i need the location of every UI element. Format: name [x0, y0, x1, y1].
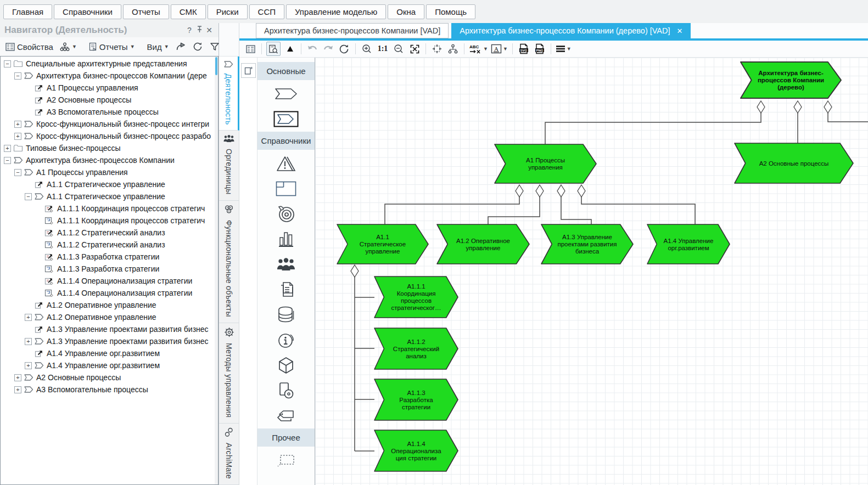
pointer-mode-button[interactable]	[283, 42, 296, 55]
diagram-properties-button[interactable]	[244, 42, 257, 55]
tree-item[interactable]: А1.4 Управление орг.развитием	[1, 347, 218, 359]
palette-item-term-tag[interactable]	[257, 403, 315, 428]
share-button[interactable]	[173, 41, 188, 52]
menu-item-7[interactable]: Управление моделью	[286, 4, 386, 19]
tree-item[interactable]: +Кросс-функциональный бизнес-процесс инт…	[1, 118, 218, 130]
tree-item[interactable]: А1.2 Оперативное управление	[1, 299, 218, 311]
tree-item[interactable]: −Специальные архитектурные представления	[1, 58, 218, 70]
collapse-icon[interactable]: −	[4, 60, 11, 67]
menu-item-2[interactable]: Справочники	[54, 4, 121, 19]
refresh-diagram-button[interactable]	[338, 42, 351, 55]
tree-item[interactable]: +А1.2 Оперативное управление	[1, 311, 218, 323]
new-diagram-button[interactable]	[241, 63, 256, 78]
palette-item-information[interactable]	[257, 328, 315, 353]
tree-item[interactable]: А1.1.4 Операционализация стратегии	[1, 287, 218, 299]
tree-item[interactable]: −А1.1 Стратегическое управление	[1, 190, 218, 202]
diagram-menu-button[interactable]: ▼	[556, 42, 572, 55]
tree-item[interactable]: А1.1.1 Координация процессов стратегич	[1, 215, 218, 227]
expand-icon[interactable]: +	[4, 145, 11, 152]
expand-icon[interactable]: +	[14, 121, 21, 128]
vad-node-a112[interactable]: А1.1.2Стратегическийанализ	[374, 328, 458, 369]
palette-item-frame[interactable]	[257, 176, 315, 201]
fit-to-screen-button[interactable]	[408, 42, 421, 55]
zoom-in-button[interactable]	[360, 42, 373, 55]
menu-item-5[interactable]: Риски	[208, 4, 248, 19]
document-tab-1[interactable]: Архитектура бизнес-процессов Компании [V…	[256, 23, 449, 38]
tree-item[interactable]: +А3 Вспомогательные процессы	[1, 384, 218, 396]
tree-item[interactable]: А2 Основные процессы	[1, 94, 218, 106]
vad-node-a12[interactable]: А1.2 Оперативноеуправление	[437, 224, 529, 264]
vad-node-a2[interactable]: А2 Основные процессы	[735, 143, 853, 183]
side-tab-vad[interactable]: Деятельность	[219, 57, 239, 131]
palette-item-dotted-area[interactable]	[257, 448, 315, 473]
tree-item[interactable]: −Архитектура бизнес-процессов Компании (…	[1, 70, 218, 82]
palette-section-header[interactable]: Справочники	[257, 132, 315, 150]
reports-button[interactable]: Отчеты▼	[87, 41, 137, 53]
vad-node-a113[interactable]: А1.1.3Разработкастратегии	[374, 379, 458, 420]
tree-scrollbar[interactable]	[215, 57, 218, 484]
tree-item[interactable]: А3 Вспомогательные процессы	[1, 106, 218, 118]
zoom-100-button[interactable]: 1:1	[376, 42, 389, 55]
undo-button[interactable]	[306, 42, 319, 55]
expand-icon[interactable]: +	[14, 374, 21, 381]
export-png-button[interactable]: PNG	[533, 42, 546, 55]
tree-item[interactable]: +Кросс-функциональный бизнес-процесс раз…	[1, 130, 218, 142]
palette-item-indicator-chart[interactable]	[257, 227, 315, 252]
collapse-icon[interactable]: −	[4, 157, 11, 164]
tree-item[interactable]: А1.1.4 Операционализация стратегии	[1, 275, 218, 287]
side-tab-people[interactable]: Оргединицы	[219, 131, 239, 201]
spellcheck-button[interactable]: ABC ▼	[469, 42, 488, 55]
zoom-out-button[interactable]	[392, 42, 405, 55]
pin-icon[interactable]	[194, 26, 204, 35]
side-tab-wheel[interactable]: Методы управления	[219, 323, 239, 424]
tree-layout-button[interactable]	[446, 42, 460, 55]
palette-item-subjects-people[interactable]	[257, 252, 315, 277]
menu-item-1[interactable]: Главная	[3, 4, 52, 19]
tree-item[interactable]: +А1.4 Управление орг.развитием	[1, 359, 218, 371]
palette-item-database[interactable]	[257, 302, 315, 328]
tree-scrollbar-thumb[interactable]	[215, 57, 217, 75]
document-tab-2[interactable]: Архитектура бизнес-процессов Компании (д…	[451, 23, 691, 38]
menu-item-9[interactable]: Помощь	[426, 4, 475, 19]
tree-item[interactable]: +Типовые бизнес-процессы	[1, 142, 218, 154]
tree-item[interactable]: −Архитектура бизнес-процессов Компании	[1, 154, 218, 166]
tree-item[interactable]: А1.1.2 Стратегический анализ	[1, 227, 218, 239]
menu-item-4[interactable]: СМК	[171, 4, 206, 19]
menu-item-3[interactable]: Отчеты	[123, 4, 169, 19]
tree-item[interactable]: А1.1.3 Разработка стратегии	[1, 251, 218, 263]
export-svg-button[interactable]: SVG	[517, 42, 530, 55]
tree-item[interactable]: +А2 Основные процессы	[1, 371, 218, 384]
palette-item-risk-triangle[interactable]	[257, 151, 315, 176]
vad-node-a1[interactable]: А1 Процессыуправления	[495, 144, 596, 183]
menu-item-8[interactable]: Окна	[388, 4, 424, 19]
palette-item-software-product[interactable]	[257, 378, 315, 403]
side-tab-archimate[interactable]: ArchiMate	[219, 424, 239, 485]
palette-item-object-cube[interactable]	[257, 353, 315, 378]
palette-item-documents[interactable]	[257, 277, 315, 302]
find-on-diagram-button[interactable]	[266, 42, 281, 56]
fit-objects-button[interactable]	[430, 42, 444, 55]
tree-item[interactable]: А1.1.1 Координация процессов стратегич	[1, 202, 218, 215]
tree-item[interactable]: А1 Процессы управления	[1, 82, 218, 94]
expand-icon[interactable]: +	[25, 362, 32, 369]
palette-item-vad-external-process[interactable]	[257, 106, 315, 132]
vad-node-a14[interactable]: А1.4 Управлениеорг.развитием	[647, 224, 730, 264]
expand-icon[interactable]: +	[25, 314, 32, 321]
expand-icon[interactable]: +	[14, 386, 21, 393]
vad-node-root[interactable]: Архитектура бизнес-процессов Компании(де…	[741, 62, 841, 98]
vad-node-a114[interactable]: А1.1.4Операционализация стратегии	[374, 430, 458, 471]
expand-icon[interactable]: +	[14, 133, 21, 140]
side-tab-func[interactable]: Функциональные объекты	[219, 201, 239, 323]
tree-item[interactable]: А1.1 Стратегическое управление	[1, 178, 218, 190]
tree-item[interactable]: А1.3 Управление проектами развития бизне…	[1, 323, 218, 335]
menu-item-6[interactable]: ССП	[249, 4, 284, 19]
expand-icon[interactable]: +	[25, 338, 32, 345]
close-icon[interactable]: ✕	[204, 26, 214, 35]
tab-close-icon[interactable]: ✕	[677, 27, 683, 35]
refresh-button[interactable]	[191, 41, 205, 53]
redo-button[interactable]	[322, 42, 335, 55]
collapse-icon[interactable]: −	[14, 169, 21, 176]
palette-section-header[interactable]: Основные	[257, 62, 315, 80]
vad-node-a13[interactable]: А1.3 Управлениепроектами развитиябизнеса	[541, 224, 633, 264]
vad-node-a11[interactable]: А1.1Стратегическоеуправление	[337, 224, 428, 264]
